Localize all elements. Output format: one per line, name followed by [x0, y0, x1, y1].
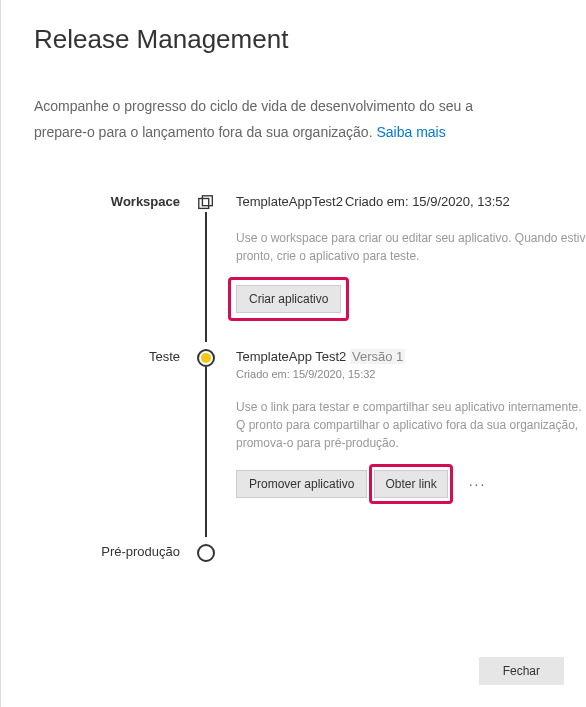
workspace-title: TemplateAppTest2Criado em: 15/9/2020, 13… — [236, 194, 586, 209]
workspace-app-name: TemplateAppTest2 — [236, 194, 343, 209]
more-menu[interactable]: ··· — [459, 472, 497, 496]
stage-label-workspace: Workspace — [84, 194, 192, 209]
workspace-desc: Use o workspace para criar ou editar seu… — [236, 229, 586, 265]
stage-workspace: Workspace TemplateAppTest2Criado em: 15/… — [84, 194, 586, 321]
stage-teste: Teste TemplateApp Test2 Versão 1 Criado … — [84, 349, 586, 504]
stage-preprod: Pré-produção — [84, 544, 586, 562]
teste-created: Criado em: 15/9/2020, 15:32 — [236, 368, 586, 380]
page-title: Release Management — [34, 24, 586, 55]
stage-node-preprod — [197, 544, 215, 562]
highlight-create-app: Criar aplicativo — [228, 277, 349, 321]
highlight-get-link: Obter link — [369, 464, 452, 504]
svg-rect-1 — [202, 196, 212, 206]
intro-line2: prepare-o para o lançamento fora da sua … — [34, 121, 586, 143]
stage-label-preprod: Pré-produção — [84, 544, 192, 559]
close-button[interactable]: Fechar — [479, 657, 564, 685]
teste-desc: Use o link para testar e compartilhar se… — [236, 398, 586, 452]
teste-app-name: TemplateApp Test2 — [236, 349, 346, 364]
intro-line1: Acompanhe o progresso do ciclo de vida d… — [34, 95, 586, 117]
svg-rect-0 — [199, 198, 209, 208]
get-link-button[interactable]: Obter link — [374, 470, 447, 498]
teste-version: Versão 1 — [350, 349, 405, 364]
workspace-created: Criado em: 15/9/2020, 13:52 — [345, 194, 510, 209]
intro-prefix: prepare-o para o lançamento fora da sua … — [34, 124, 376, 140]
teste-title: TemplateApp Test2 Versão 1 — [236, 349, 586, 364]
stage-node-teste — [197, 349, 215, 367]
learn-more-link[interactable]: Saiba mais — [376, 124, 445, 140]
stage-label-teste: Teste — [84, 349, 192, 364]
promote-app-button[interactable]: Promover aplicativo — [236, 470, 367, 498]
create-app-button[interactable]: Criar aplicativo — [236, 285, 341, 313]
workspace-icon — [197, 194, 215, 212]
